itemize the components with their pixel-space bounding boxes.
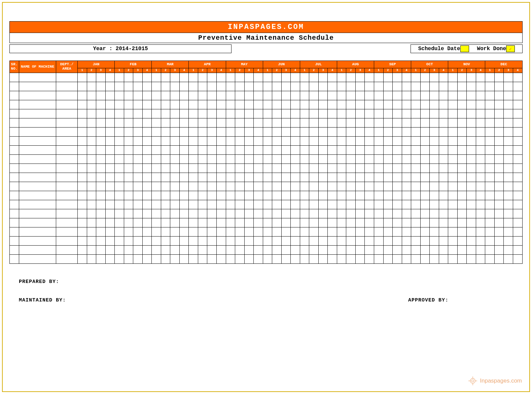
cell[interactable] bbox=[56, 109, 78, 118]
cell[interactable] bbox=[216, 100, 226, 109]
cell[interactable] bbox=[189, 91, 198, 100]
cell[interactable] bbox=[467, 82, 476, 91]
cell[interactable] bbox=[328, 82, 337, 91]
cell[interactable] bbox=[56, 145, 78, 154]
cell[interactable] bbox=[485, 91, 495, 100]
cell[interactable] bbox=[420, 136, 430, 145]
cell[interactable] bbox=[309, 154, 319, 164]
cell[interactable] bbox=[133, 100, 143, 109]
cell[interactable] bbox=[281, 236, 291, 245]
cell[interactable] bbox=[337, 209, 346, 218]
cell[interactable] bbox=[189, 209, 198, 218]
cell[interactable] bbox=[300, 254, 309, 263]
cell[interactable] bbox=[383, 100, 393, 109]
cell[interactable] bbox=[216, 154, 226, 164]
cell[interactable] bbox=[152, 91, 161, 100]
cell[interactable] bbox=[96, 91, 106, 100]
cell[interactable] bbox=[105, 118, 115, 127]
cell[interactable] bbox=[309, 173, 319, 182]
cell[interactable] bbox=[133, 136, 143, 145]
cell[interactable] bbox=[504, 127, 513, 136]
cell[interactable] bbox=[374, 200, 384, 209]
cell[interactable] bbox=[300, 173, 309, 182]
cell[interactable] bbox=[328, 154, 337, 164]
cell[interactable] bbox=[300, 118, 309, 127]
cell[interactable] bbox=[467, 91, 476, 100]
cell[interactable] bbox=[513, 200, 522, 209]
cell[interactable] bbox=[402, 145, 411, 154]
cell[interactable] bbox=[439, 209, 448, 218]
cell[interactable] bbox=[179, 73, 189, 82]
cell[interactable] bbox=[365, 118, 374, 127]
cell[interactable] bbox=[374, 109, 384, 118]
cell[interactable] bbox=[309, 100, 319, 109]
cell[interactable] bbox=[198, 145, 207, 154]
cell[interactable] bbox=[504, 191, 513, 200]
cell[interactable] bbox=[56, 73, 78, 82]
cell[interactable] bbox=[448, 191, 458, 200]
cell[interactable] bbox=[346, 154, 356, 164]
cell[interactable] bbox=[328, 236, 337, 245]
cell[interactable] bbox=[96, 245, 106, 254]
cell[interactable] bbox=[411, 136, 421, 145]
cell[interactable] bbox=[485, 245, 495, 254]
cell[interactable] bbox=[170, 127, 180, 136]
cell[interactable] bbox=[402, 91, 411, 100]
cell[interactable] bbox=[281, 182, 291, 191]
cell[interactable] bbox=[439, 245, 448, 254]
cell[interactable] bbox=[207, 109, 217, 118]
cell[interactable] bbox=[179, 209, 189, 218]
cell[interactable] bbox=[365, 73, 374, 82]
cell[interactable] bbox=[152, 182, 161, 191]
cell[interactable] bbox=[78, 191, 87, 200]
cell[interactable] bbox=[152, 164, 161, 173]
cell[interactable] bbox=[457, 236, 467, 245]
cell[interactable] bbox=[355, 182, 365, 191]
cell[interactable] bbox=[133, 182, 143, 191]
cell[interactable] bbox=[365, 100, 374, 109]
cell[interactable] bbox=[494, 200, 504, 209]
cell[interactable] bbox=[272, 145, 282, 154]
cell[interactable] bbox=[337, 191, 346, 200]
cell[interactable] bbox=[365, 154, 374, 164]
cell[interactable] bbox=[152, 245, 161, 254]
cell[interactable] bbox=[291, 73, 300, 82]
cell[interactable] bbox=[272, 100, 282, 109]
cell[interactable] bbox=[430, 136, 439, 145]
cell[interactable] bbox=[226, 118, 235, 127]
cell[interactable] bbox=[142, 91, 152, 100]
cell[interactable] bbox=[263, 73, 272, 82]
cell[interactable] bbox=[263, 109, 272, 118]
cell[interactable] bbox=[124, 254, 133, 263]
cell[interactable] bbox=[226, 109, 235, 118]
cell[interactable] bbox=[56, 127, 78, 136]
cell[interactable] bbox=[56, 254, 78, 263]
cell[interactable] bbox=[485, 136, 495, 145]
cell[interactable] bbox=[420, 245, 430, 254]
cell[interactable] bbox=[448, 200, 458, 209]
cell[interactable] bbox=[318, 236, 328, 245]
cell[interactable] bbox=[383, 127, 393, 136]
cell[interactable] bbox=[291, 254, 300, 263]
cell[interactable] bbox=[87, 136, 96, 145]
cell[interactable] bbox=[19, 200, 56, 209]
cell[interactable] bbox=[19, 182, 56, 191]
cell[interactable] bbox=[281, 100, 291, 109]
cell[interactable] bbox=[87, 82, 96, 91]
cell[interactable] bbox=[494, 227, 504, 236]
cell[interactable] bbox=[291, 236, 300, 245]
cell[interactable] bbox=[179, 91, 189, 100]
cell[interactable] bbox=[513, 109, 522, 118]
cell[interactable] bbox=[272, 118, 282, 127]
cell[interactable] bbox=[476, 127, 485, 136]
cell[interactable] bbox=[393, 73, 402, 82]
cell[interactable] bbox=[272, 173, 282, 182]
cell[interactable] bbox=[328, 100, 337, 109]
cell[interactable] bbox=[318, 127, 328, 136]
cell[interactable] bbox=[411, 227, 421, 236]
cell[interactable] bbox=[393, 164, 402, 173]
cell[interactable] bbox=[494, 136, 504, 145]
cell[interactable] bbox=[411, 245, 421, 254]
cell[interactable] bbox=[485, 173, 495, 182]
cell[interactable] bbox=[420, 200, 430, 209]
